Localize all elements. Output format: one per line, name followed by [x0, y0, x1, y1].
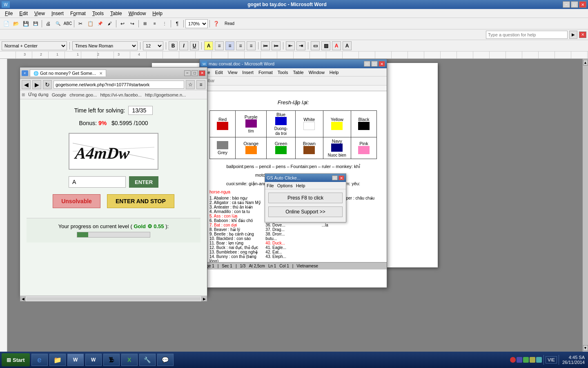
shading-btn[interactable]: ▨ [321, 41, 330, 50]
ac-close-btn[interactable]: ✕ [339, 175, 344, 180]
url-bar[interactable] [53, 81, 184, 89]
right-scrollbar[interactable]: ▲ ▼ [582, 59, 588, 352]
scroll-up-btn[interactable]: ▲ [583, 60, 588, 65]
read-btn[interactable]: Read [221, 19, 238, 28]
tools-btn[interactable]: ≡ [196, 80, 205, 89]
bookmark-chrome[interactable]: chrome.goo... [69, 92, 97, 97]
ac-menu-file[interactable]: File [267, 183, 274, 188]
color-btn[interactable]: A [332, 41, 341, 50]
ac-minimize-btn[interactable]: − [332, 175, 338, 180]
menu-table[interactable]: Table [107, 10, 125, 17]
help-btn[interactable]: ❓ [212, 19, 220, 28]
clock[interactable]: 4:45 SA 26/11/2014 [561, 354, 586, 366]
save2-btn[interactable]: 💾 [31, 19, 40, 28]
taskbar-ie[interactable]: e [31, 354, 48, 366]
forward-btn[interactable]: ▶ [32, 80, 41, 89]
highlight-btn[interactable]: A [204, 41, 213, 50]
indent-inc-btn[interactable]: ⇥ [296, 41, 305, 50]
bullets-btn[interactable]: ≔ [261, 41, 270, 50]
paste-btn[interactable]: 📌 [96, 19, 105, 28]
menu-view[interactable]: View [31, 10, 48, 17]
align-justify-btn[interactable]: ≡ [247, 41, 256, 50]
taskbar-word[interactable]: W [67, 354, 84, 366]
star-btn[interactable]: ☆ [186, 80, 195, 89]
insert-cols-btn[interactable]: ≡ [150, 19, 159, 28]
lang-indicator[interactable]: VIE [546, 356, 557, 364]
word2-menu-window[interactable]: Window [306, 70, 327, 75]
enter-stop-button[interactable]: ENTER AND STOP [107, 194, 174, 208]
copy-btn[interactable]: 📋 [86, 19, 95, 28]
fontcolor-btn[interactable]: A [343, 41, 352, 50]
word2-menu-tools[interactable]: Tools [275, 70, 291, 75]
menu-tools[interactable]: Tools [89, 10, 107, 17]
bookmark-fb[interactable]: https://vi-vn.facebo... [100, 92, 142, 97]
spellcheck-btn[interactable]: ABC [63, 19, 72, 28]
underline-btn[interactable]: U [190, 41, 199, 50]
word2-maximize-btn[interactable]: □ [371, 61, 378, 67]
word2-menu-help[interactable]: Help [327, 70, 341, 75]
word2-menu-view[interactable]: View [225, 70, 240, 75]
help-input[interactable] [486, 31, 568, 39]
para-btn[interactable]: ¶ [173, 19, 182, 28]
bookmark-goget[interactable]: http://gogetsome.n... [145, 92, 186, 97]
taskbar-app1[interactable]: 🔧 [139, 354, 156, 366]
ac-menu-options[interactable]: Options [277, 183, 293, 188]
enter-button[interactable]: ENTER [129, 176, 158, 188]
word2-menu-table[interactable]: Table [290, 70, 306, 75]
menu-insert[interactable]: Insert [48, 10, 67, 17]
back-btn[interactable]: ◀ [22, 80, 31, 89]
redo-btn[interactable]: ↪ [128, 19, 137, 28]
border-btn[interactable]: ▭ [311, 41, 320, 50]
taskbar-winrar[interactable]: 🗜 [103, 354, 120, 366]
open-btn[interactable]: 📂 [11, 19, 20, 28]
word2-close-btn[interactable]: ✕ [379, 61, 385, 67]
bookmark-apps[interactable]: Ứng dụng [28, 92, 49, 97]
browser-close-btn-x[interactable]: ✕ [199, 70, 205, 76]
align-center-btn[interactable]: ≡ [225, 41, 234, 50]
menu-edit[interactable]: Edit [16, 10, 31, 17]
taskbar-word2[interactable]: W [85, 354, 102, 366]
time-input[interactable] [128, 106, 153, 115]
menu-format[interactable]: Format [67, 10, 89, 17]
browser-scrollbar[interactable]: ◀ ▶ [20, 296, 207, 301]
size-dropdown[interactable]: 12 10 14 16 [143, 41, 163, 50]
taskbar-explorer[interactable]: 📁 [49, 354, 66, 366]
captcha-input[interactable] [69, 176, 126, 188]
undo-btn[interactable]: ↩ [118, 19, 127, 28]
ac-menu-help[interactable]: Help [296, 183, 305, 188]
refresh-btn[interactable]: ↻ [43, 80, 52, 89]
menu-help[interactable]: Help [149, 10, 166, 17]
taskbar-app2[interactable]: 💬 [157, 354, 174, 366]
help-close-btn[interactable]: ✕ [579, 31, 586, 38]
maximize-btn[interactable]: □ [571, 1, 578, 8]
help-go-btn[interactable]: ▶ [569, 31, 577, 39]
cut-btn[interactable]: ✂ [76, 19, 85, 28]
save-btn[interactable]: 💾 [21, 19, 30, 28]
new-btn[interactable]: 📄 [2, 19, 11, 28]
cols-btn[interactable]: ⋮ [160, 19, 169, 28]
paintbucket-btn[interactable]: 🖌 [105, 19, 114, 28]
browser-maximize-btn[interactable]: □ [192, 70, 198, 76]
scroll-right-btn[interactable]: ▶ [201, 296, 207, 301]
ac-online-support-btn[interactable]: Online Support >> [268, 206, 343, 217]
word2-menu-edit[interactable]: Edit [213, 70, 225, 75]
numbering-btn[interactable]: ≔ [272, 41, 281, 50]
word2-minimize-btn[interactable]: − [364, 61, 370, 67]
minimize-btn[interactable]: − [563, 1, 570, 8]
print-btn[interactable]: 🖨 [44, 19, 53, 28]
insert-table-btn[interactable]: ⊞ [140, 19, 149, 28]
browser-tab[interactable]: 🌐 Got no money? Get Some... ✕ [30, 70, 106, 76]
style-dropdown[interactable]: Normal + Center Normal Heading 1 [2, 41, 67, 50]
menu-file[interactable]: File [2, 10, 16, 17]
font-dropdown[interactable]: Times New Roman Arial Calibri [72, 41, 138, 50]
zoom-dropdown[interactable]: 170% 100% 150% [185, 19, 208, 28]
ac-press-f8-btn[interactable]: Press F8 to click [268, 193, 343, 203]
unsolvable-button[interactable]: Unsolvable [53, 194, 100, 208]
preview-btn[interactable]: 🔍 [53, 19, 62, 28]
browser-minimize-btn[interactable]: − [184, 70, 191, 76]
scroll-thumb[interactable] [27, 297, 200, 301]
italic-btn[interactable]: I [179, 41, 188, 50]
start-button[interactable]: ⊞ Start [2, 353, 30, 366]
word2-menu-format[interactable]: Format [256, 70, 275, 75]
word2-menu-insert[interactable]: Insert [240, 70, 256, 75]
